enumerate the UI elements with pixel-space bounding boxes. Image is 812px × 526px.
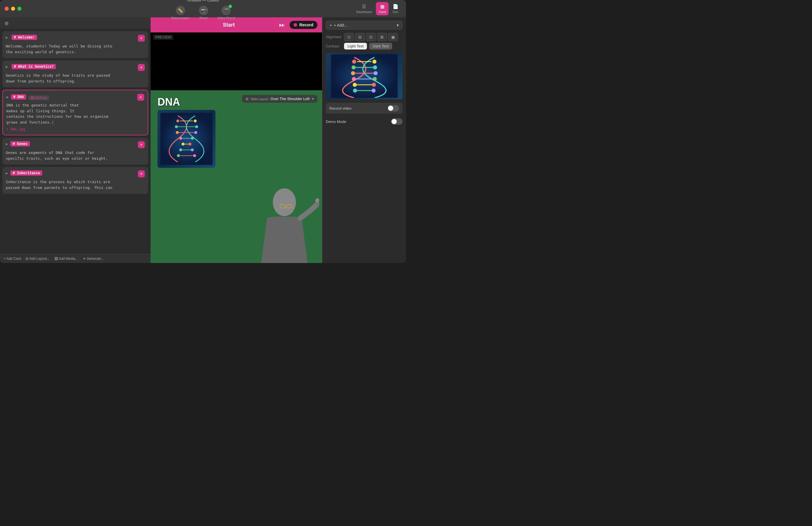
toggle-knob-record bbox=[388, 106, 393, 111]
doc-tool[interactable]: 📄 Doc bbox=[390, 2, 401, 15]
main-area: ⊞ ▶ # Welcome! + Welcome, students! Toda… bbox=[0, 17, 406, 263]
add-label: + Add... bbox=[334, 23, 348, 28]
card-tool[interactable]: ▦ Card bbox=[376, 2, 389, 15]
card-icon: ▦ bbox=[380, 4, 385, 9]
add-chevron-icon: ▾ bbox=[397, 23, 399, 28]
demo-mode-label: Demo Mode bbox=[326, 120, 346, 124]
card-add-btn-welcome[interactable]: + bbox=[138, 35, 145, 42]
card-title-badge-inheritance: # Inheritance bbox=[11, 170, 42, 176]
svg-point-45 bbox=[372, 89, 376, 93]
card-content-dna: DNA is the genetic material thatmakes up… bbox=[6, 102, 144, 125]
add-media-btn[interactable]: 🖼 Add Media... bbox=[55, 257, 78, 261]
slide-dna-image bbox=[158, 110, 215, 168]
toggle-knob-demo bbox=[392, 119, 397, 124]
app-window: Untitled — Edited ✏️ Teleprompter 📷 Shoo… bbox=[0, 0, 406, 263]
demo-mode-toggle[interactable] bbox=[391, 118, 403, 125]
card-add-btn-genes[interactable]: + bbox=[138, 141, 145, 148]
play-icon-inheritance: ▶ bbox=[6, 171, 8, 175]
start-play-btn[interactable]: ⏭ bbox=[279, 22, 285, 28]
teleprompter-icon: ✏️ bbox=[176, 6, 185, 15]
card-add-btn-dna[interactable]: + bbox=[137, 94, 144, 101]
dark-text-btn[interactable]: Dark Text bbox=[369, 43, 392, 49]
card-header-dna: ▶ # DNA 🖼 DNA.jpg + bbox=[6, 94, 144, 101]
preview-image-box bbox=[326, 53, 403, 99]
card-add-btn-genetics[interactable]: + bbox=[138, 64, 145, 71]
toolbar-icons: ✏️ Teleprompter 📷 Shoot 🎬 ✓ Video Pencil bbox=[171, 6, 235, 20]
svg-point-16 bbox=[182, 142, 185, 146]
svg-point-44 bbox=[353, 89, 357, 93]
preview-label: PREVIEW bbox=[153, 35, 173, 40]
shoot-icon: 📷 bbox=[199, 6, 208, 15]
video-pencil-label: Video Pencil bbox=[217, 16, 235, 20]
bottom-toolbar: + Add Card ⊞ Add Layout... 🖼 Add Media..… bbox=[0, 254, 150, 263]
contrast-row: Contrast Light Text Dark Text bbox=[326, 43, 403, 49]
video-pencil-tool[interactable]: 🎬 ✓ Video Pencil bbox=[217, 6, 235, 20]
add-dropdown[interactable]: + + Add... ▾ bbox=[326, 21, 403, 30]
alignment-label: Alignment bbox=[326, 35, 342, 39]
svg-point-9 bbox=[194, 120, 197, 122]
card-media-badge-dna: 🖼 DNA.jpg bbox=[28, 95, 49, 100]
card-item-genetics[interactable]: ▶ # What is Genetics? + Genetics is the … bbox=[2, 60, 148, 87]
center-panel: Start ⏭ Record PREVIEW DNA ⊞ Slide Layou… bbox=[150, 17, 322, 263]
svg-point-26 bbox=[316, 199, 319, 202]
shoot-tool[interactable]: 📷 Shoot bbox=[199, 6, 208, 20]
doc-label: Doc bbox=[393, 10, 398, 14]
panel-header: ⊞ bbox=[0, 17, 150, 29]
svg-point-22 bbox=[273, 189, 296, 216]
card-title-badge-genes: # Genes bbox=[11, 141, 30, 146]
record-button[interactable]: Record bbox=[290, 21, 317, 29]
title-center: Untitled — Edited ✏️ Teleprompter 📷 Shoo… bbox=[171, 0, 235, 20]
svg-point-13 bbox=[194, 131, 197, 134]
card-item-genes[interactable]: ▶ # Genes + Genes are segments of DNA th… bbox=[2, 138, 148, 165]
add-plus-icon: + bbox=[330, 23, 332, 28]
add-card-btn[interactable]: + Add Card bbox=[3, 257, 21, 261]
svg-point-37 bbox=[373, 65, 377, 70]
svg-rect-27 bbox=[331, 55, 397, 98]
card-content-welcome: Welcome, students! Today we will be divi… bbox=[6, 43, 145, 55]
card-item-inheritance[interactable]: ▶ # Inheritance + Inheritance is the pro… bbox=[2, 167, 148, 194]
svg-point-14 bbox=[179, 137, 182, 140]
minimize-button[interactable] bbox=[11, 7, 15, 11]
svg-point-21 bbox=[193, 154, 196, 157]
svg-point-38 bbox=[351, 71, 355, 75]
slide-layout-badge[interactable]: ⊞ Slide Layout Over The Shoulder Left ▾ bbox=[242, 95, 317, 103]
contrast-label: Contrast bbox=[326, 44, 342, 48]
svg-point-10 bbox=[175, 125, 178, 128]
sidebar-toggle-icon[interactable]: ⊞ bbox=[3, 19, 10, 27]
card-item-welcome[interactable]: ▶ # Welcome! + Welcome, students! Today … bbox=[2, 31, 148, 58]
svg-point-8 bbox=[176, 120, 179, 122]
svg-point-40 bbox=[352, 77, 356, 81]
shoot-label: Shoot bbox=[199, 16, 208, 20]
video-pencil-icon: 🎬 ✓ bbox=[221, 6, 231, 15]
doc-icon: 📄 bbox=[393, 4, 398, 9]
traffic-lights bbox=[5, 7, 21, 11]
add-layout-btn[interactable]: ⊞ Add Layout... bbox=[26, 257, 49, 261]
card-add-btn-inheritance[interactable]: + bbox=[138, 170, 145, 177]
close-button[interactable] bbox=[5, 7, 9, 11]
record-video-toggle[interactable] bbox=[388, 105, 399, 111]
svg-point-43 bbox=[372, 83, 376, 87]
align-btn-5[interactable]: ▣ bbox=[388, 33, 398, 41]
svg-point-35 bbox=[373, 60, 376, 64]
title-bar: Untitled — Edited ✏️ Teleprompter 📷 Shoo… bbox=[0, 0, 406, 17]
dashboard-tool[interactable]: ☰ Dashboard bbox=[353, 2, 375, 15]
teleprompter-tool[interactable]: ✏️ Teleprompter bbox=[171, 6, 189, 20]
card-header-genetics: ▶ # What is Genetics? + bbox=[6, 64, 145, 71]
svg-point-19 bbox=[191, 148, 194, 151]
align-btn-4[interactable]: ⊠ bbox=[377, 33, 387, 41]
slide-person bbox=[235, 182, 322, 263]
align-btn-2[interactable]: ⊞ bbox=[355, 33, 365, 41]
align-btn-3[interactable]: ⊟ bbox=[366, 33, 376, 41]
align-btn-1[interactable]: ⊡ bbox=[344, 33, 354, 41]
card-content-genetics: Genetics is the study of how traits are … bbox=[6, 73, 145, 84]
card-item-dna[interactable]: ▶ # DNA 🖼 DNA.jpg + DNA is the genetic m… bbox=[2, 90, 148, 135]
light-text-btn[interactable]: Light Text bbox=[344, 43, 367, 49]
play-icon-genetics: ▶ bbox=[6, 65, 8, 68]
card-content-inheritance: Inheritance is the process by which trai… bbox=[6, 179, 145, 190]
start-label: Start bbox=[178, 22, 279, 28]
slide-layout-value: Over The Shoulder Left bbox=[271, 96, 309, 101]
generate-btn[interactable]: ✦ Generate... bbox=[83, 257, 104, 261]
record-label: Record bbox=[300, 22, 313, 27]
maximize-button[interactable] bbox=[17, 7, 21, 11]
right-toolbar: ☰ Dashboard ▦ Card 📄 Doc bbox=[353, 2, 401, 15]
